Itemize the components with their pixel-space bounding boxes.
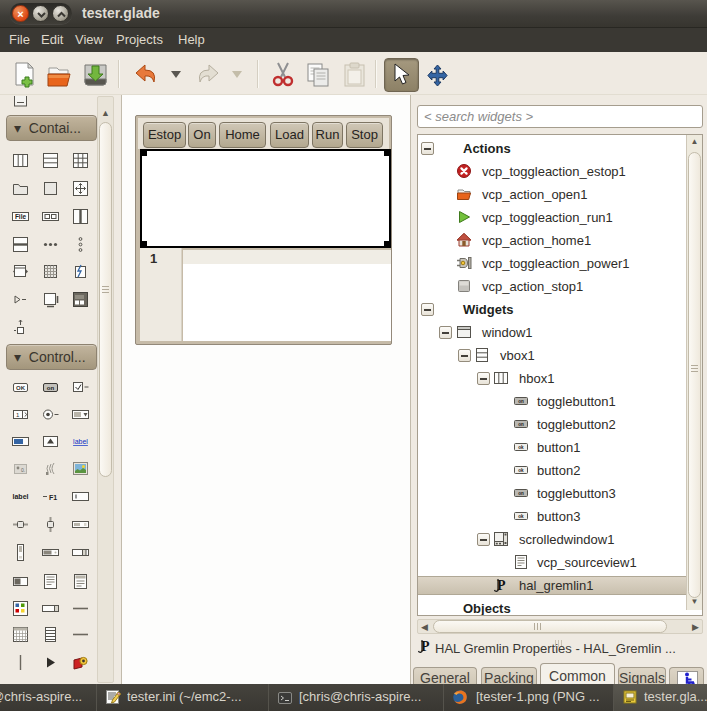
svg-text:label: label (73, 438, 88, 445)
svg-text:on: on (518, 491, 524, 496)
svg-text:label: label (13, 493, 29, 500)
svg-text:File: File (15, 213, 27, 220)
svg-text:OK: OK (16, 385, 26, 391)
svg-text:ok: ok (518, 514, 524, 519)
svg-text:on: on (518, 399, 524, 404)
svg-text:ok: ok (518, 445, 524, 450)
svg-text:on: on (47, 385, 55, 391)
svg-text:on: on (518, 422, 524, 427)
svg-text:F1: F1 (49, 494, 57, 501)
svg-text:ok: ok (518, 468, 524, 473)
svg-text:0.: 0. (21, 467, 25, 473)
